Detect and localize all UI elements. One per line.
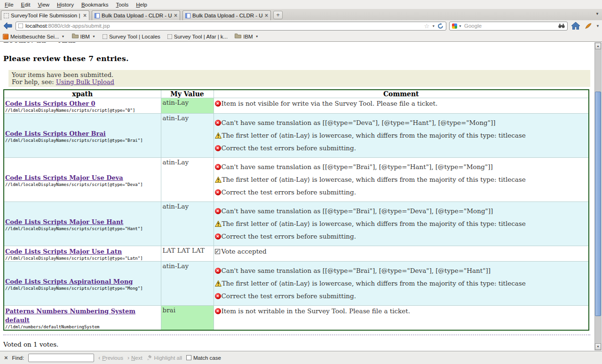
- table-row: Code Lists Scripts Aspirational Mong//ld…: [4, 262, 589, 306]
- toolbar-overflow-icon[interactable]: ▼: [596, 24, 600, 28]
- comment-cell: ✓Vote accepted: [214, 246, 589, 262]
- tab-close-icon[interactable]: ×: [174, 13, 177, 18]
- back-button[interactable]: [2, 21, 13, 31]
- xpath-link[interactable]: Code Lists Scripts Major Use Hant: [5, 218, 123, 225]
- menu-file[interactable]: File: [1, 1, 17, 8]
- find-input[interactable]: [28, 354, 94, 362]
- home-button[interactable]: [570, 22, 581, 30]
- comment-error: ×Item is not visible for write via the S…: [215, 100, 588, 108]
- table-row: Code Lists Scripts Major Use Latn//ldml/…: [4, 246, 589, 262]
- scrollbar-thumb[interactable]: [595, 92, 601, 316]
- svg-text:!: !: [217, 178, 219, 183]
- menu-edit[interactable]: Edit: [17, 1, 34, 8]
- highlight-all-button[interactable]: Highlight all: [147, 355, 182, 361]
- menu-tools[interactable]: Tools: [112, 1, 132, 8]
- url-text[interactable]: localhost:8080/cldr-apps/submit.jsp: [25, 23, 421, 29]
- comment-cell: ×Can't have same translation as [[@type=…: [214, 202, 589, 246]
- error-icon: ×: [215, 189, 221, 195]
- tab-title: Bulk Data Upload - CLDR - Un...: [102, 13, 172, 18]
- feed-button[interactable]: [584, 23, 593, 29]
- navigation-toolbar: localhost:8080/cldr-apps/submit.jsp ☆ ▼ …: [0, 20, 602, 31]
- tab-strip: SurveyTool File Submission | ...×Bulk Da…: [1, 10, 273, 20]
- vertical-scrollbar[interactable]: ▲ ▼: [594, 42, 602, 350]
- bookmark-survey-tool-locales[interactable]: Survey Tool | Locales: [103, 34, 160, 39]
- comment-warning: !The first letter of ⟨atin-Lay⟩ is lower…: [215, 132, 588, 139]
- comment-text: Correct the test errors before submittin…: [222, 144, 356, 152]
- comment-cell: ×Item is not visible for write via the S…: [214, 98, 589, 114]
- chevron-left-icon: ‹: [98, 355, 100, 361]
- reload-icon[interactable]: [437, 23, 444, 29]
- menu-help[interactable]: Help: [132, 1, 151, 8]
- bulk-upload-help-link[interactable]: Using Bulk Upload: [56, 78, 114, 85]
- match-case-checkbox[interactable]: [186, 355, 191, 360]
- table-row: Code Lists Scripts Other 0//ldml/localeD…: [4, 98, 589, 114]
- warning-triangle-icon: !: [215, 177, 222, 183]
- comment-cell: ×Can't have same translation as [[@type=…: [214, 114, 589, 158]
- xpath-cell: Code Lists Scripts Aspirational Mong//ld…: [4, 262, 161, 306]
- xpath-link[interactable]: Code Lists Scripts Aspirational Mong: [5, 278, 133, 285]
- comment-text: Can't have same translation as [[@type="…: [222, 119, 496, 127]
- bookmark-survey-tool-afar-k[interactable]: Survey Tool | Afar | k...: [167, 34, 228, 39]
- xpath-cell: Patterns Numbers Numbering System defaul…: [4, 306, 161, 331]
- menu-history[interactable]: History: [53, 1, 78, 8]
- search-input[interactable]: [463, 23, 557, 29]
- xpath-link[interactable]: Code Lists Scripts Major Use Latn: [5, 248, 122, 255]
- favicon-placeholder-icon: [4, 13, 9, 18]
- xpath-link[interactable]: Code Lists Scripts Other 0: [5, 100, 95, 107]
- comment-text: The first letter of ⟨atin-Lay⟩ is lowerc…: [222, 220, 526, 228]
- find-previous-button[interactable]: ‹ Previous: [98, 355, 123, 361]
- find-next-button[interactable]: › Next: [127, 355, 143, 361]
- bookmark-star-icon[interactable]: ☆: [424, 23, 429, 29]
- url-path: :8080/cldr-apps/submit.jsp: [47, 23, 110, 29]
- menu-bar: FileEditViewHistoryBookmarksToolsHelp: [0, 0, 602, 9]
- column-header-comment: Comment: [214, 90, 589, 98]
- error-icon: ×: [215, 164, 221, 170]
- review-table: xpath My Value Comment Code Lists Script…: [3, 89, 589, 331]
- comment-warning: !The first letter of ⟨atin-Lay⟩ is lower…: [215, 220, 588, 228]
- tab-close-icon[interactable]: ×: [83, 13, 87, 18]
- bookmark-ibm[interactable]: IBM▼: [235, 33, 258, 39]
- warning-icon: !: [215, 280, 222, 287]
- xpath-path: //ldml/localeDisplayNames/scripts/script…: [5, 108, 160, 113]
- bookmark-label: IBM: [243, 34, 253, 39]
- page-favicon-icon: [185, 13, 190, 18]
- xpath-cell: Code Lists Scripts Major Use Latn//ldml/…: [4, 246, 161, 262]
- column-header-my-value: My Value: [161, 90, 214, 98]
- review-heading: Please review these 7 entries.: [3, 54, 590, 63]
- search-go-icon[interactable]: [558, 23, 565, 28]
- bookmark-label: Survey Tool | Afar | k...: [174, 34, 228, 39]
- search-bar[interactable]: ▼: [449, 22, 568, 31]
- tab-1[interactable]: SurveyTool File Submission | ...×: [1, 10, 89, 20]
- comment-text: Correct the test errors before submittin…: [222, 188, 356, 196]
- address-bar[interactable]: localhost:8080/cldr-apps/submit.jsp ☆ ▼: [16, 22, 446, 31]
- bookmark-ibm[interactable]: IBM▼: [72, 33, 95, 39]
- comment-warning: !The first letter of ⟨atin-Lay⟩ is lower…: [215, 279, 588, 287]
- scroll-down-icon[interactable]: ▼: [595, 343, 601, 350]
- menu-view[interactable]: View: [34, 1, 53, 8]
- xpath-path: //ldml/numbers/defaultNumberingSystem: [5, 325, 160, 329]
- comment-error: ×Correct the test errors before submitti…: [215, 188, 588, 196]
- svg-text:!: !: [217, 222, 219, 227]
- xpath-link[interactable]: Patterns Numbers Numbering System defaul…: [5, 308, 135, 324]
- menu-bookmarks[interactable]: Bookmarks: [78, 1, 112, 8]
- error-icon: ×: [215, 145, 221, 151]
- comment-cell: ×Can't have same translation as [[@type=…: [214, 262, 589, 306]
- search-engine-dropdown-icon[interactable]: ▼: [459, 24, 462, 28]
- new-tab-button[interactable]: +: [273, 11, 283, 19]
- bookmark-meistbesuchte-sei[interactable]: Meistbesuchte Sei...▼: [3, 34, 65, 39]
- tab-list-chevron-icon[interactable]: ▼: [595, 12, 599, 16]
- tab-close-icon[interactable]: ×: [265, 13, 268, 18]
- comment-error: ×Item is not writable in the Survey Tool…: [215, 307, 588, 315]
- match-case-option[interactable]: Match case: [186, 355, 221, 361]
- scroll-up-icon[interactable]: ▲: [595, 43, 601, 49]
- find-close-icon[interactable]: ×: [4, 354, 8, 361]
- tab-3[interactable]: Bulk Data Upload - CLDR - Un...×: [182, 10, 271, 20]
- tab-2[interactable]: Bulk Data Upload - CLDR - Un...×: [92, 10, 180, 20]
- warning-icon: !: [215, 132, 222, 139]
- comment-text: Item is not visible for write via the Su…: [222, 100, 438, 108]
- xpath-link[interactable]: Code Lists Scripts Major Use Deva: [5, 174, 123, 181]
- clipped-heading: Locale: aa — Afar: [3, 42, 590, 45]
- xpath-link[interactable]: Code Lists Scripts Other Brai: [5, 130, 106, 137]
- url-history-dropdown-icon[interactable]: ▼: [432, 24, 435, 28]
- table-row: Code Lists Scripts Major Use Hant//ldml/…: [4, 202, 589, 246]
